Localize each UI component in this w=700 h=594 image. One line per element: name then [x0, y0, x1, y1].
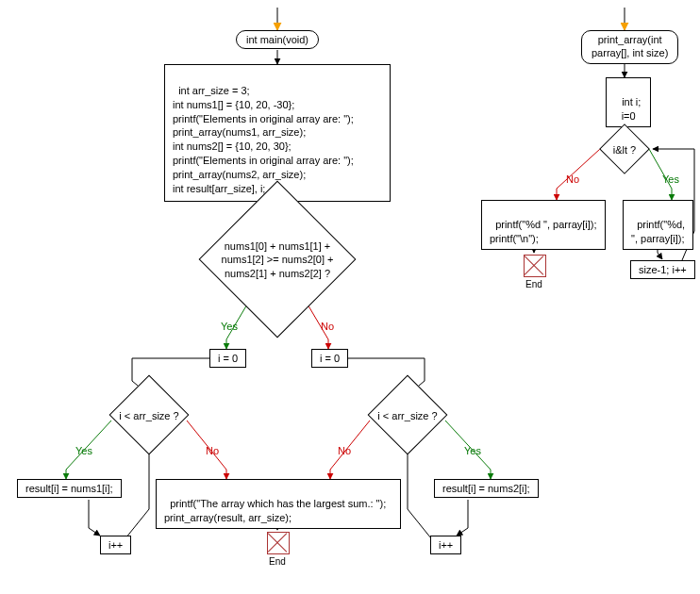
edge-no: No [336, 445, 353, 456]
main-start-node: int main(void) [236, 30, 319, 49]
main-init-text: int arr_size = 3; int nums1[] = {10, 20,… [173, 85, 354, 194]
sub-decision: i&lt ? [592, 124, 657, 173]
cond-right-decision: i < arr_size ? [342, 387, 474, 443]
i-eq-0-left: i = 0 [209, 349, 246, 368]
assign-left-label: result[i] = nums1[i]; [25, 483, 113, 494]
print-result-text: printf("The array which has the largest … [164, 498, 386, 522]
sub-init-block: int i; i=0 [606, 77, 651, 127]
edge-no: No [204, 445, 221, 456]
edge-yes: Yes [660, 173, 681, 185]
assign-left: result[i] = nums1[i]; [17, 479, 122, 498]
assign-right-label: result[i] = nums2[i]; [442, 483, 530, 494]
assign-right: result[i] = nums2[i]; [434, 479, 539, 498]
edge-yes: Yes [219, 321, 240, 332]
sub-init-text: int i; i=0 [622, 96, 642, 122]
sub-loop-block: size-1; i++ [630, 260, 695, 279]
edge-no: No [319, 321, 336, 332]
inc-right: i++ [430, 536, 461, 554]
edge-yes: Yes [462, 445, 483, 456]
end-main-label: End [265, 556, 290, 567]
print-result-block: printf("The array which has the largest … [156, 479, 401, 529]
end-sub-label: End [522, 279, 546, 289]
sub-no-block: printf("%d ", parray[i]); printf("\n"); [481, 200, 606, 250]
sub-no-text: printf("%d ", parray[i]); printf("\n"); [490, 219, 597, 243]
sub-yes-text: printf("%d, ", parray[i]); [631, 219, 685, 243]
end-main: End [265, 530, 290, 554]
main-start-label: int main(void) [246, 34, 308, 45]
i-eq-0-right-label: i = 0 [320, 353, 340, 364]
inc-right-label: i++ [439, 539, 453, 551]
main-sum-decision: nums1[0] + nums1[1] + nums1[2] >= nums2[… [189, 209, 366, 309]
i-eq-0-right: i = 0 [311, 349, 348, 368]
inc-left: i++ [100, 536, 131, 554]
edge-no: No [564, 173, 581, 185]
sub-start-label: print_array(int parray[], int size) [592, 34, 668, 58]
end-sub: End [522, 253, 546, 277]
i-eq-0-left-label: i = 0 [218, 353, 238, 364]
edge-yes: Yes [74, 445, 94, 456]
sub-loop-text: size-1; i++ [639, 264, 687, 275]
cond-left-decision: i < arr_size ? [83, 387, 215, 443]
sub-yes-block: printf("%d, ", parray[i]); [623, 200, 693, 250]
inc-left-label: i++ [108, 539, 123, 551]
sub-start-node: print_array(int parray[], int size) [581, 30, 678, 64]
